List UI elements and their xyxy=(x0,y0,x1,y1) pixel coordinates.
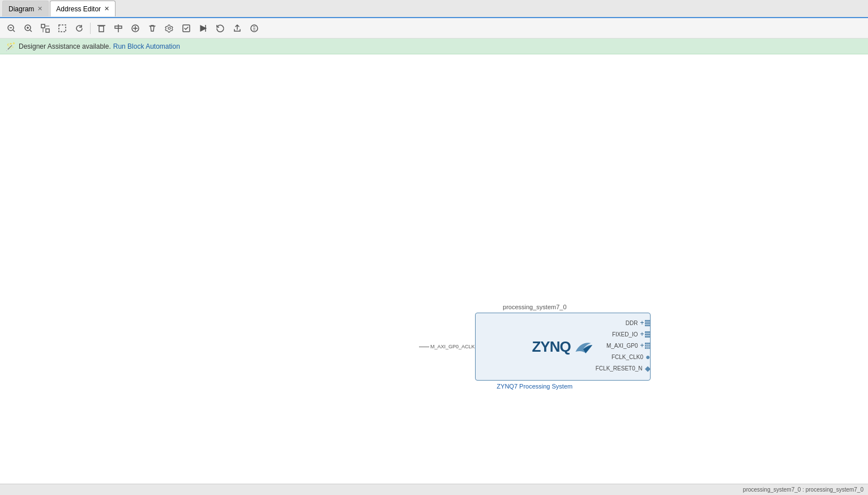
right-port-fclk-reset0-n[interactable]: FCLK_RESET0_N ◆ xyxy=(596,363,651,373)
svg-rect-11 xyxy=(59,25,66,32)
fixed-io-label: FIXED_IO xyxy=(612,331,638,338)
status-text: processing_system7_0 : processing_system… xyxy=(743,487,863,493)
zynq-logo: ZYNQ xyxy=(532,338,593,356)
run-button[interactable] xyxy=(195,21,211,36)
m-axi-gp0-plus-icon: + xyxy=(640,342,644,349)
svg-rect-13 xyxy=(99,26,104,32)
right-port-ddr[interactable]: DDR + xyxy=(596,318,651,328)
block-body[interactable]: ZYNQ DDR + xyxy=(475,313,651,381)
fclk-reset0-n-label: FCLK_RESET0_N xyxy=(596,365,643,372)
tab-diagram[interactable]: Diagram ✕ xyxy=(2,1,49,16)
left-wire xyxy=(419,347,429,347)
svg-rect-8 xyxy=(46,29,49,32)
fit-view-button[interactable] xyxy=(37,21,53,36)
svg-line-6 xyxy=(30,30,32,32)
zynq-bird-icon xyxy=(573,339,593,355)
zynq-text: ZYNQ xyxy=(532,338,570,356)
fclk-clk0-label: FCLK_CLK0 xyxy=(612,354,643,360)
ddr-connector xyxy=(645,320,651,326)
svg-point-19 xyxy=(168,27,170,29)
fclk-reset0-n-out-icon: ◆ xyxy=(645,364,651,373)
toolbar xyxy=(0,18,868,39)
left-port-label: M_AXI_GP0_ACLK xyxy=(430,344,475,349)
zoom-in-button[interactable] xyxy=(20,21,36,36)
block-instance-name: processing_system7_0 xyxy=(419,304,651,310)
fclk-clk0-out-icon: ● xyxy=(645,352,650,361)
right-port-area: DDR + FIXED_IO + xyxy=(596,313,651,380)
select-button[interactable] xyxy=(54,21,70,36)
canvas[interactable]: processing_system7_0 M_AXI_GP0_ACLK ZYNQ xyxy=(0,54,868,484)
wand-icon: 🪄 xyxy=(6,42,15,51)
settings-button[interactable] xyxy=(161,21,177,36)
svg-rect-7 xyxy=(41,24,45,28)
banner-text: Designer Assistance available. xyxy=(19,42,111,50)
right-port-m-axi-gp0[interactable]: M_AXI_GP0 + xyxy=(596,340,651,351)
fixed-io-connector xyxy=(645,331,651,338)
block-subtitle[interactable]: ZYNQ7 Processing System xyxy=(419,383,651,390)
export-button[interactable] xyxy=(229,21,245,36)
tab-address-editor-close[interactable]: ✕ xyxy=(104,5,109,12)
tab-address-editor-label: Address Editor xyxy=(56,5,101,13)
tab-address-editor[interactable]: Address Editor ✕ xyxy=(50,1,116,16)
m-axi-gp0-label: M_AXI_GP0 xyxy=(606,343,638,349)
tab-diagram-label: Diagram xyxy=(8,5,34,13)
add-ip-button[interactable] xyxy=(127,21,143,36)
fixed-io-plus-icon: + xyxy=(640,330,644,338)
align-button[interactable] xyxy=(110,21,126,36)
left-port-m-axi-gp0-aclk[interactable]: M_AXI_GP0_ACLK xyxy=(419,342,475,351)
separator-1 xyxy=(90,23,91,34)
block-container: processing_system7_0 M_AXI_GP0_ACLK ZYNQ xyxy=(419,304,651,390)
ddr-plus-icon: + xyxy=(640,319,644,327)
config-button[interactable] xyxy=(246,21,262,36)
validate-button[interactable] xyxy=(178,21,194,36)
run-block-automation-link[interactable]: Run Block Automation xyxy=(113,42,180,50)
right-port-fclk-clk0[interactable]: FCLK_CLK0 ● xyxy=(596,352,651,362)
reload-button[interactable] xyxy=(212,21,228,36)
tab-diagram-close[interactable]: ✕ xyxy=(37,5,42,12)
tab-bar: Diagram ✕ Address Editor ✕ xyxy=(0,0,868,18)
svg-line-2 xyxy=(13,30,15,32)
zoom-out-button[interactable] xyxy=(3,21,19,36)
status-bar: processing_system7_0 : processing_system… xyxy=(0,484,868,495)
ddr-label: DDR xyxy=(626,320,638,326)
designer-banner: 🪄 Designer Assistance available. Run Blo… xyxy=(0,39,868,54)
align-top-button[interactable] xyxy=(93,21,109,36)
left-port-area: M_AXI_GP0_ACLK xyxy=(419,340,475,353)
refresh-button[interactable] xyxy=(71,21,87,36)
delete-button[interactable] xyxy=(144,21,160,36)
right-port-fixed-io[interactable]: FIXED_IO + xyxy=(596,329,651,339)
block-wrapper: M_AXI_GP0_ACLK ZYNQ DDR xyxy=(419,313,651,381)
m-axi-gp0-connector xyxy=(645,343,651,349)
